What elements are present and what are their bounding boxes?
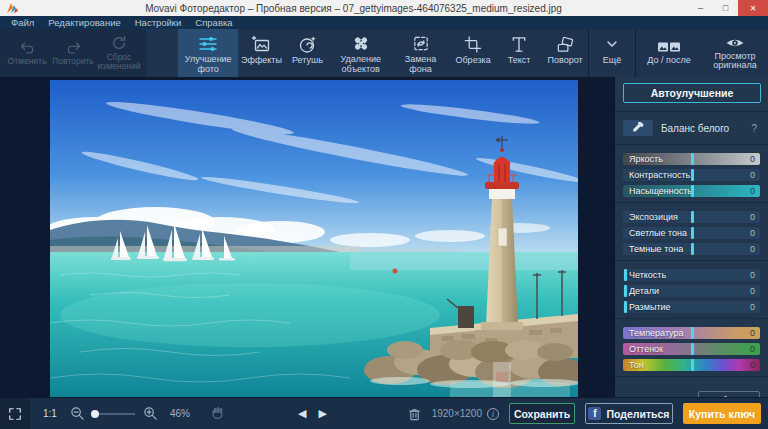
fit-screen-icon [8, 407, 22, 421]
tab-effects[interactable]: Эффекты [238, 29, 284, 77]
slider-handle[interactable] [691, 211, 694, 223]
menu-help[interactable]: Справка [188, 16, 239, 29]
slider-label: Темные тона [629, 244, 683, 254]
slider-handle[interactable] [691, 343, 694, 355]
status-bar: 1:1 46% ◀ ▶ [0, 397, 768, 429]
tab-object-removal[interactable]: Удаление объектов [330, 29, 390, 77]
zoom-slider[interactable] [93, 413, 135, 415]
tab-text[interactable]: Текст [496, 29, 542, 77]
slider-handle[interactable] [691, 153, 694, 165]
eyedropper-icon [632, 122, 645, 135]
panel-divider [615, 318, 768, 319]
blur-slider[interactable]: Размытие 0 [623, 301, 760, 313]
before-after-button[interactable]: До / после [636, 29, 702, 77]
slider-handle[interactable] [691, 227, 694, 239]
undo-button[interactable]: Отменить [4, 29, 50, 77]
tab-rotate[interactable]: Поворот [542, 29, 588, 77]
slider-handle[interactable] [691, 243, 694, 255]
shadows-slider[interactable]: Темные тона 0 [623, 243, 760, 255]
white-balance-row: Баланс белого ? [623, 120, 760, 136]
slider-handle[interactable] [624, 269, 627, 281]
tab-crop[interactable]: Обрезка [450, 29, 496, 77]
saturation-slider[interactable]: Насыщенность 0 [623, 185, 760, 197]
lighthouse-photo [50, 80, 578, 397]
exposure-slider[interactable]: Экспозиция 0 [623, 211, 760, 223]
slider-handle[interactable] [691, 185, 694, 197]
tab-enhance-label: Улучшение фото [182, 55, 234, 74]
help-link[interactable]: ? [751, 123, 760, 134]
fit-to-screen-button[interactable] [0, 398, 30, 429]
menu-settings[interactable]: Настройки [128, 16, 189, 29]
view-original-button[interactable]: Просмотр оригинала [702, 29, 768, 77]
hue-slider[interactable]: Тон 0 [623, 359, 760, 371]
zoom-slider-handle[interactable] [91, 410, 99, 418]
slider-handle[interactable] [691, 327, 694, 339]
chevron-down-icon [604, 34, 620, 54]
details-slider[interactable]: Детали 0 [623, 285, 760, 297]
app-window: Movavi Фоторедактор – Пробная версия – 0… [0, 0, 768, 429]
share-label: Поделиться [606, 408, 669, 420]
app-logo-icon [5, 2, 19, 14]
reset-changes-button[interactable]: Сброс изменений [96, 29, 142, 77]
slider-handle[interactable] [691, 169, 694, 181]
contrast-slider[interactable]: Контрастность 0 [623, 169, 760, 181]
close-button[interactable]: ✕ [738, 0, 768, 16]
tab-rotate-label: Поворот [548, 56, 583, 66]
undo-icon [19, 40, 36, 55]
slider-value: 0 [750, 170, 755, 180]
slider-value: 0 [750, 270, 755, 280]
menu-edit[interactable]: Редактирование [41, 16, 127, 29]
auto-enhance-button[interactable]: Автоулучшение [623, 83, 761, 103]
statusbar-right: 1920×1200 i Сохранить f Поделиться Купит… [407, 403, 768, 424]
more-label: Ещё [603, 56, 621, 66]
tool-tabs: Улучшение фото Эффекты [178, 29, 588, 77]
zoom-out-icon[interactable] [70, 406, 85, 421]
maximize-button[interactable]: □ [713, 0, 738, 16]
slider-label: Насыщенность [629, 186, 692, 196]
tint-slider[interactable]: Оттенок 0 [623, 343, 760, 355]
actual-size-button[interactable]: 1:1 [43, 408, 57, 419]
menu-file[interactable]: Файл [4, 16, 41, 29]
hand-tool-button[interactable] [210, 406, 225, 421]
photo-canvas[interactable] [50, 80, 578, 397]
window-controls: – □ ✕ [688, 0, 768, 16]
white-balance-picker-button[interactable] [623, 120, 653, 136]
tab-effects-label: Эффекты [241, 56, 282, 66]
sharpness-slider[interactable]: Четкость 0 [623, 269, 760, 281]
zoom-level: 46% [170, 408, 190, 419]
slider-value: 0 [750, 244, 755, 254]
delete-image-button[interactable] [407, 406, 422, 421]
brightness-slider[interactable]: Яркость 0 [623, 153, 760, 165]
tab-retouch[interactable]: Ретушь [284, 29, 330, 77]
save-button[interactable]: Сохранить [509, 403, 575, 424]
zoom-controls: 46% [70, 406, 190, 421]
share-button[interactable]: f Поделиться [585, 403, 673, 424]
info-icon[interactable]: i [487, 408, 499, 420]
slider-handle[interactable] [624, 285, 627, 297]
before-after-label: До / после [647, 56, 690, 66]
tab-background-replace-label: Замена фона [395, 55, 446, 74]
minimize-button[interactable]: – [688, 0, 713, 16]
highlights-slider[interactable]: Светлые тона 0 [623, 227, 760, 239]
view-tools: До / после Просмотр оригинала [636, 29, 768, 77]
before-after-icon [657, 40, 681, 54]
tab-enhance[interactable]: Улучшение фото [178, 29, 238, 77]
redo-button[interactable]: Повторить [50, 29, 96, 77]
tab-background-replace[interactable]: Замена фона [391, 29, 450, 77]
temperature-slider[interactable]: Температура 0 [623, 327, 760, 339]
slider-value: 0 [750, 228, 755, 238]
slider-handle[interactable] [691, 359, 694, 371]
zoom-in-icon[interactable] [143, 406, 158, 421]
reset-changes-label: Сброс изменений [96, 53, 142, 71]
retouch-icon [297, 34, 317, 54]
main-area: Автоулучшение Баланс белого ? Яркость 0 … [0, 77, 768, 397]
tab-retouch-label: Ретушь [292, 56, 323, 66]
buy-key-button[interactable]: Купить ключ [683, 403, 761, 424]
slider-value: 0 [750, 154, 755, 164]
title-bar: Movavi Фоторедактор – Пробная версия – 0… [0, 0, 768, 16]
prev-image-button[interactable]: ◀ [298, 407, 306, 420]
rotate-icon [555, 34, 575, 54]
more-button[interactable]: Ещё [589, 29, 635, 77]
next-image-button[interactable]: ▶ [318, 407, 326, 420]
slider-handle[interactable] [624, 301, 627, 313]
